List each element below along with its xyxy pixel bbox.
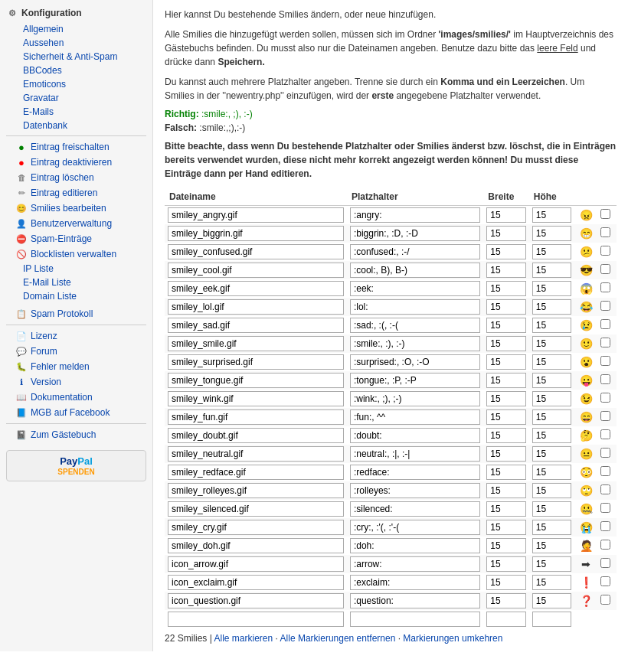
width-input[interactable] xyxy=(486,281,525,296)
filename-input[interactable] xyxy=(168,299,344,315)
height-input[interactable] xyxy=(532,538,571,553)
placeholder-input[interactable] xyxy=(350,465,480,480)
sidebar-item-spam[interactable]: ⛔ Spam-Einträge xyxy=(0,231,152,246)
placeholder-input[interactable] xyxy=(350,263,480,278)
sidebar-item-sicherheit[interactable]: Sicherheit & Anti-Spam xyxy=(0,50,152,64)
row-checkbox[interactable] xyxy=(600,429,610,439)
width-input[interactable] xyxy=(486,575,525,590)
filename-input[interactable] xyxy=(168,520,344,535)
placeholder-input[interactable] xyxy=(350,299,480,315)
filename-input[interactable] xyxy=(168,483,344,498)
width-input[interactable] xyxy=(486,226,525,241)
height-input[interactable] xyxy=(532,501,571,517)
row-checkbox[interactable] xyxy=(600,484,610,494)
height-input[interactable] xyxy=(532,428,571,443)
filename-input[interactable] xyxy=(168,226,344,241)
width-input[interactable] xyxy=(486,446,525,462)
row-checkbox[interactable] xyxy=(600,246,610,256)
filename-input[interactable] xyxy=(168,612,344,627)
paypal-button[interactable]: PayPal SPENDEN xyxy=(6,450,146,481)
placeholder-input[interactable] xyxy=(350,593,480,608)
filename-input[interactable] xyxy=(168,409,344,425)
row-checkbox[interactable] xyxy=(600,282,610,292)
height-input[interactable] xyxy=(532,409,571,425)
row-checkbox[interactable] xyxy=(600,411,610,421)
width-input[interactable] xyxy=(486,612,525,627)
filename-input[interactable] xyxy=(168,428,344,443)
sidebar-item-gaestebuch[interactable]: 📓 Zum Gästebuch xyxy=(0,427,152,442)
width-input[interactable] xyxy=(486,354,525,370)
placeholder-input[interactable] xyxy=(350,391,480,406)
sidebar-item-allgemein[interactable]: Allgemein xyxy=(0,22,152,36)
filename-input[interactable] xyxy=(168,244,344,259)
row-checkbox[interactable] xyxy=(600,466,610,476)
row-checkbox[interactable] xyxy=(600,356,610,366)
filename-input[interactable] xyxy=(168,281,344,296)
sidebar-item-emoticons[interactable]: Emoticons xyxy=(0,77,152,91)
sidebar-item-benutzer[interactable]: 👤 Benutzerverwaltung xyxy=(0,216,152,231)
filename-input[interactable] xyxy=(168,391,344,406)
sidebar-item-editieren[interactable]: ✏ Eintrag editieren xyxy=(0,185,152,201)
width-input[interactable] xyxy=(486,263,525,278)
row-checkbox[interactable] xyxy=(600,595,610,605)
row-checkbox[interactable] xyxy=(600,264,610,274)
placeholder-input[interactable] xyxy=(350,612,480,627)
filename-input[interactable] xyxy=(168,556,344,572)
placeholder-input[interactable] xyxy=(350,354,480,370)
filename-input[interactable] xyxy=(168,373,344,388)
width-input[interactable] xyxy=(486,483,525,498)
placeholder-input[interactable] xyxy=(350,428,480,443)
width-input[interactable] xyxy=(486,538,525,553)
sidebar-item-gravatar[interactable]: Gravatar xyxy=(0,91,152,105)
width-input[interactable] xyxy=(486,593,525,608)
row-checkbox[interactable] xyxy=(600,558,610,568)
row-checkbox[interactable] xyxy=(600,540,610,550)
filename-input[interactable] xyxy=(168,538,344,553)
width-input[interactable] xyxy=(486,501,525,517)
placeholder-input[interactable] xyxy=(350,207,480,223)
row-checkbox[interactable] xyxy=(600,209,610,219)
placeholder-input[interactable] xyxy=(350,575,480,590)
sidebar-item-domain-liste[interactable]: Domain Liste xyxy=(0,289,152,303)
width-input[interactable] xyxy=(486,299,525,315)
width-input[interactable] xyxy=(486,207,525,223)
sidebar-item-emails[interactable]: E-Mails xyxy=(0,105,152,119)
placeholder-input[interactable] xyxy=(350,244,480,259)
width-input[interactable] xyxy=(486,373,525,388)
placeholder-input[interactable] xyxy=(350,373,480,388)
placeholder-input[interactable] xyxy=(350,409,480,425)
width-input[interactable] xyxy=(486,318,525,333)
height-input[interactable] xyxy=(532,244,571,259)
height-input[interactable] xyxy=(532,391,571,406)
width-input[interactable] xyxy=(486,409,525,425)
height-input[interactable] xyxy=(532,263,571,278)
placeholder-input[interactable] xyxy=(350,520,480,535)
row-checkbox[interactable] xyxy=(600,521,610,531)
row-checkbox[interactable] xyxy=(600,338,610,347)
row-checkbox[interactable] xyxy=(600,576,610,586)
height-input[interactable] xyxy=(532,612,571,627)
sidebar-item-forum[interactable]: 💬 Forum xyxy=(0,344,152,359)
height-input[interactable] xyxy=(532,318,571,333)
placeholder-input[interactable] xyxy=(350,281,480,296)
row-checkbox[interactable] xyxy=(600,448,610,458)
height-input[interactable] xyxy=(532,465,571,480)
height-input[interactable] xyxy=(532,226,571,241)
filename-input[interactable] xyxy=(168,575,344,590)
filename-input[interactable] xyxy=(168,207,344,223)
sidebar-item-datenbank[interactable]: Datenbank xyxy=(0,119,152,132)
height-input[interactable] xyxy=(532,446,571,462)
row-checkbox[interactable] xyxy=(600,503,610,513)
width-input[interactable] xyxy=(486,556,525,572)
sidebar-item-freischalten[interactable]: ● Eintrag freischalten xyxy=(0,139,152,155)
height-input[interactable] xyxy=(532,593,571,608)
row-checkbox[interactable] xyxy=(600,301,610,311)
placeholder-input[interactable] xyxy=(350,483,480,498)
placeholder-input[interactable] xyxy=(350,446,480,462)
toggle-all-link[interactable]: Markierungen umkehren xyxy=(403,633,502,644)
width-input[interactable] xyxy=(486,336,525,351)
filename-input[interactable] xyxy=(168,263,344,278)
sidebar-item-version[interactable]: ℹ Version xyxy=(0,374,152,390)
height-input[interactable] xyxy=(532,520,571,535)
height-input[interactable] xyxy=(532,575,571,590)
